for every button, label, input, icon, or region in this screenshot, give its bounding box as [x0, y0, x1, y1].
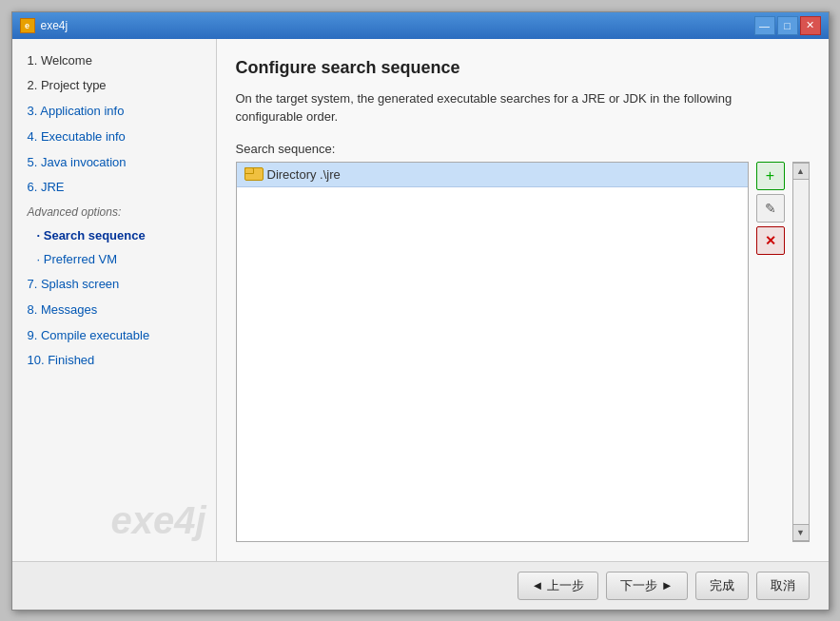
sidebar-item-welcome[interactable]: 1. Welcome	[12, 49, 216, 74]
panel-title: Configure search sequence	[236, 58, 810, 78]
sidebar-section-label: Advanced options:	[12, 201, 216, 224]
sidebar-subitem-search-sequence[interactable]: Search sequence	[12, 224, 216, 248]
title-buttons: — □ ✕	[754, 16, 821, 35]
back-button[interactable]: ◄ 上一步	[518, 572, 598, 600]
list-item-label: Directory .\jre	[267, 167, 341, 182]
edit-button[interactable]: ✎	[756, 194, 785, 223]
sidebar-inner: 1. Welcome 2. Project type 3. Applicatio…	[12, 49, 216, 552]
sidebar-item-messages[interactable]: 8. Messages	[12, 298, 216, 323]
cancel-button[interactable]: 取消	[756, 572, 810, 600]
sidebar-item-splash-screen[interactable]: 7. Splash screen	[12, 272, 216, 298]
sidebar: 1. Welcome 2. Project type 3. Applicatio…	[12, 39, 217, 561]
minimize-button[interactable]: —	[754, 16, 775, 35]
finish-button[interactable]: 完成	[695, 572, 749, 600]
scrollbar[interactable]: ▲ ▼	[792, 162, 810, 542]
search-sequence-list[interactable]: Directory .\jre	[236, 162, 749, 542]
sidebar-items: 1. Welcome 2. Project type 3. Applicatio…	[12, 49, 216, 490]
sidebar-item-jre[interactable]: 6. JRE	[12, 175, 216, 201]
folder-icon	[244, 167, 262, 181]
add-button[interactable]: +	[756, 162, 785, 190]
sidebar-item-finished[interactable]: 10. Finished	[12, 348, 216, 374]
sidebar-item-java-invocation[interactable]: 5. Java invocation	[12, 150, 216, 176]
main-window: e exe4j — □ ✕ 1. Welcome 2. Project type	[11, 11, 830, 611]
sidebar-item-project-type[interactable]: 2. Project type	[12, 73, 216, 99]
bottom-bar: ◄ 上一步 下一步 ► 完成 取消	[12, 561, 829, 610]
sidebar-item-executable-info[interactable]: 4. Executable info	[12, 125, 216, 150]
list-item[interactable]: Directory .\jre	[237, 163, 748, 187]
sidebar-subitem-preferred-vm[interactable]: Preferred VM	[12, 248, 216, 272]
app-icon: e	[20, 18, 35, 33]
close-button[interactable]: ✕	[800, 16, 821, 35]
delete-button[interactable]: ✕	[756, 226, 785, 255]
maximize-button[interactable]: □	[777, 16, 798, 35]
main-content: 1. Welcome 2. Project type 3. Applicatio…	[12, 39, 829, 561]
list-toolbar: + ✎ ✕	[756, 162, 785, 542]
list-toolbar-container: Directory .\jre + ✎ ✕ ▲ ▼	[236, 162, 810, 542]
scroll-up-button[interactable]: ▲	[792, 163, 810, 180]
panel-description: On the target system, the generated exec…	[236, 89, 769, 126]
scroll-down-button[interactable]: ▼	[792, 524, 810, 541]
title-bar-left: e exe4j	[20, 18, 68, 33]
window-title: exe4j	[41, 19, 68, 32]
sidebar-watermark: exe4j	[12, 490, 216, 552]
right-panel: Configure search sequence On the target …	[217, 39, 829, 561]
next-button[interactable]: 下一步 ►	[606, 572, 687, 600]
title-bar: e exe4j — □ ✕	[12, 12, 829, 39]
sidebar-item-application-info[interactable]: 3. Application info	[12, 99, 216, 125]
search-sequence-label: Search sequence:	[236, 142, 810, 156]
sidebar-item-compile-executable[interactable]: 9. Compile executable	[12, 323, 216, 349]
